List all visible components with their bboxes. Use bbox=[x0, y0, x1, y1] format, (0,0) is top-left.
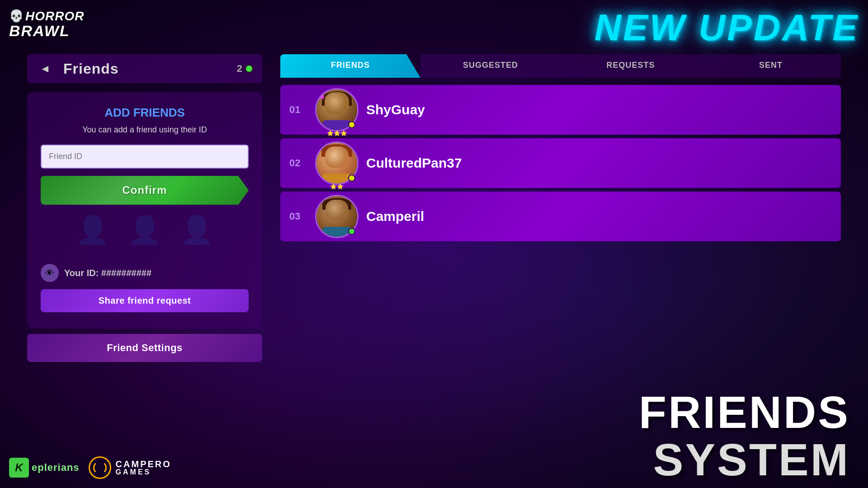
friend-name-1: ShyGuay bbox=[366, 102, 832, 117]
watermark-line1: FRIENDS bbox=[639, 389, 850, 436]
tabs-row: FRIENDS SUGGESTED REQUESTS SENT bbox=[280, 54, 841, 78]
avatar-stars-1: ⭐⭐⭐ bbox=[327, 130, 347, 136]
friend-id-input[interactable] bbox=[41, 145, 249, 169]
left-panel: ◄ Friends 2 ADD FRIENDS You can add a fr… bbox=[27, 54, 262, 479]
eye-icon: 👁 bbox=[41, 264, 59, 282]
friends-header: ◄ Friends 2 bbox=[27, 54, 262, 83]
avatar-status-3 bbox=[348, 228, 355, 235]
friend-row[interactable]: 03 Camperil bbox=[280, 192, 841, 241]
ghost-icon-3: 👤 bbox=[180, 214, 214, 246]
avatar-status-2 bbox=[348, 174, 355, 182]
campero-text-group: CAMPERO GAMES bbox=[116, 460, 171, 476]
watermark-line2: SYSTEM bbox=[639, 436, 850, 483]
campero-text-top: CAMPERO bbox=[116, 460, 171, 469]
friends-system-watermark: FRIENDS SYSTEM bbox=[639, 389, 850, 483]
top-bar: 💀 HORROR BRAWL NEW UPDATE bbox=[0, 0, 868, 54]
keplerians-text: eplerians bbox=[32, 462, 80, 474]
new-update-text: NEW UPDATE bbox=[594, 5, 859, 46]
your-id-section: 👁 Your ID: ########## bbox=[41, 264, 249, 282]
share-friend-request-button[interactable]: Share friend request bbox=[41, 289, 249, 312]
online-status-dot bbox=[245, 65, 253, 73]
friend-settings-button[interactable]: Friend Settings bbox=[27, 334, 262, 362]
skull-icon: 💀 bbox=[9, 9, 24, 23]
sparkle-1 bbox=[320, 95, 324, 99]
sparkle-2 bbox=[349, 92, 352, 95]
tab-sent[interactable]: SENT bbox=[701, 54, 841, 78]
friend-avatar-3 bbox=[316, 196, 357, 237]
campero-text-bottom: GAMES bbox=[116, 469, 171, 476]
avatar-status-1 bbox=[348, 121, 355, 128]
friend-rank-3: 03 bbox=[289, 211, 307, 222]
keplerians-logo: K eplerians bbox=[9, 458, 80, 478]
friend-name-3: Camperil bbox=[366, 209, 832, 224]
tab-requests[interactable]: REQUESTS bbox=[561, 54, 701, 78]
tab-friends[interactable]: FRIENDS bbox=[280, 54, 420, 78]
main-wrapper: 💀 HORROR BRAWL NEW UPDATE ◄ Friends 2 bbox=[0, 0, 868, 488]
k-letter-icon: K bbox=[9, 458, 29, 478]
campero-circle-icon bbox=[89, 456, 111, 479]
content-area: ◄ Friends 2 ADD FRIENDS You can add a fr… bbox=[0, 54, 868, 488]
logo-box: 💀 HORROR BRAWL bbox=[9, 5, 68, 45]
friend-rank-1: 01 bbox=[289, 104, 307, 116]
your-id-text: Your ID: ########## bbox=[64, 268, 151, 278]
bottom-bar: K eplerians CAMPERO GAMES bbox=[9, 456, 171, 479]
logo-area: 💀 HORROR BRAWL bbox=[9, 5, 68, 45]
friend-avatar-2: ⭐⭐ bbox=[316, 143, 357, 183]
add-friends-title: ADD FRIENDS bbox=[41, 106, 249, 120]
friend-row[interactable]: 01 ⭐⭐⭐ bbox=[280, 85, 841, 135]
friends-list: 01 ⭐⭐⭐ bbox=[280, 85, 841, 241]
right-panel: FRIENDS SUGGESTED REQUESTS SENT 01 bbox=[280, 54, 841, 479]
online-badge: 2 bbox=[237, 63, 253, 75]
logo-brawl: BRAWL bbox=[9, 23, 70, 38]
ghost-icon-1: 👤 bbox=[76, 214, 110, 246]
friend-name-2: CulturedPan37 bbox=[366, 155, 832, 171]
confirm-button[interactable]: Confirm bbox=[41, 176, 249, 205]
friend-rank-2: 02 bbox=[289, 157, 307, 169]
tab-suggested[interactable]: SUGGESTED bbox=[420, 54, 561, 78]
campero-inner-icon bbox=[93, 461, 107, 474]
add-friends-desc: You can add a friend using their ID bbox=[41, 124, 249, 136]
friends-title: Friends bbox=[63, 61, 119, 77]
campero-logo: CAMPERO GAMES bbox=[89, 456, 171, 479]
friend-row[interactable]: 02 ⭐⭐ CulturedPan37 bbox=[280, 138, 841, 188]
ghost-figures: 👤 👤 👤 bbox=[41, 205, 249, 255]
back-button[interactable]: ◄ bbox=[36, 60, 54, 78]
avatar-stars-2: ⭐⭐ bbox=[330, 183, 344, 190]
logo-horror: HORROR bbox=[25, 10, 84, 23]
online-count: 2 bbox=[237, 63, 242, 75]
add-friends-card: ADD FRIENDS You can add a friend using t… bbox=[27, 92, 262, 328]
friend-avatar-1: ⭐⭐⭐ bbox=[316, 89, 357, 130]
ghost-icon-2: 👤 bbox=[128, 214, 162, 246]
